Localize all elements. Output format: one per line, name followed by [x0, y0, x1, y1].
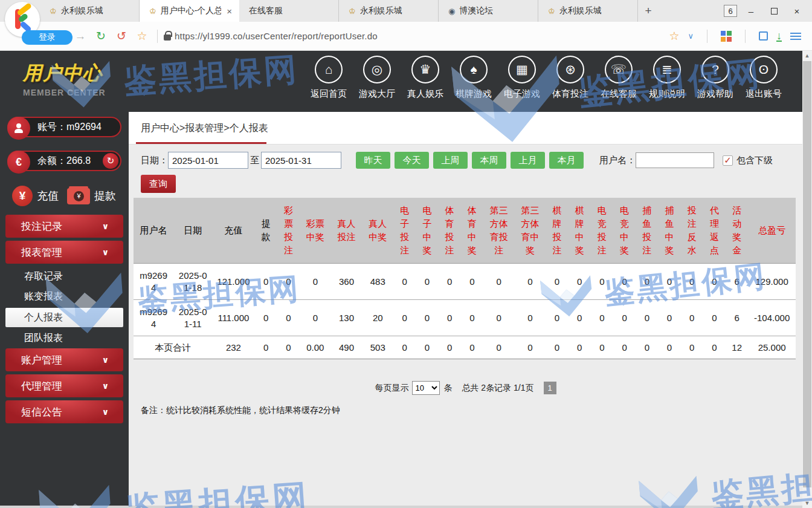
address-bar[interactable]: https://yl1999.co/userCenter/report/repo… — [175, 31, 378, 41]
quick-date-button[interactable]: 昨天 — [356, 152, 390, 169]
top-nav-game-hall[interactable]: ◎游戏大厅 — [354, 56, 400, 100]
favorite-star-icon[interactable]: ☆ — [132, 29, 152, 43]
report-cell: 0 — [461, 264, 483, 300]
screenshot-icon[interactable] — [759, 31, 768, 41]
window-controls: 6–× — [724, 0, 812, 22]
download-icon[interactable]: ↓ — [776, 31, 782, 42]
per-page-label: 每页显示 — [375, 383, 408, 394]
report-cell: 0 — [681, 300, 703, 336]
top-nav-help[interactable]: ?游戏帮助 — [692, 56, 738, 100]
help-icon: ? — [701, 56, 729, 83]
report-table: 用户名日期充值提款彩票投注彩票中奖真人投注真人中奖电子投注电子中奖体育投注体育中… — [134, 198, 796, 359]
sidebar-item-active[interactable]: 个人报表 — [5, 308, 123, 327]
report-header-cell: 电竞投注 — [591, 198, 613, 264]
sidebar-group-button[interactable]: 账户管理∨ — [5, 348, 123, 371]
include-sub-checkbox[interactable]: ✓ — [723, 155, 733, 166]
sidebar-menu: 投注记录∨报表管理∨存取记录账变报表个人报表团队报表账户管理∨代理管理∨短信公告… — [0, 215, 129, 423]
report-header-cell: 棋牌中奖 — [569, 198, 591, 264]
top-nav-rules[interactable]: ≣规则说明 — [644, 56, 690, 100]
report-cell: 0 — [483, 264, 515, 300]
table-row: m926942025-01-18121.00000036048300000000… — [134, 264, 796, 300]
scrollbar-thumb[interactable] — [803, 61, 811, 487]
browser-tab[interactable]: ♔永利娱乐城 — [339, 0, 439, 22]
browser-tab[interactable]: ♔永利娱乐城 — [40, 0, 140, 22]
page-number-button[interactable]: 1 — [544, 382, 556, 394]
summary-cell: 0 — [591, 336, 613, 359]
sidebar-group-button[interactable]: 短信公告∨ — [5, 400, 123, 423]
quick-date-button[interactable]: 本周 — [472, 152, 506, 169]
scroll-up-icon[interactable]: ▲ — [802, 51, 812, 60]
new-tab-button[interactable]: + — [638, 0, 659, 22]
refresh-balance-icon[interactable]: ↻ — [103, 153, 118, 169]
footer-note: 备注：统计比较消耗系统性能，统计结果将缓存2分钟 — [141, 405, 802, 416]
quick-date-button[interactable]: 上周 — [433, 152, 468, 169]
maximize-icon[interactable] — [765, 3, 783, 19]
game-hall-icon: ◎ — [363, 56, 391, 83]
bookmark-star-icon[interactable]: ☆ — [669, 29, 679, 43]
report-header-cell: 电竞中奖 — [613, 198, 636, 264]
browser-menu-icon[interactable] — [790, 33, 801, 40]
top-nav-label: 真人娱乐 — [407, 88, 443, 100]
unit-label: 条 — [443, 383, 452, 394]
close-tab-icon[interactable]: × — [225, 6, 233, 16]
browser-tab[interactable]: ◉博澳论坛 — [439, 0, 538, 22]
quick-date-button[interactable]: 本月 — [549, 152, 584, 169]
report-header-cell: 总盈亏 — [748, 198, 796, 264]
scroll-down-icon[interactable]: ▼ — [802, 498, 812, 508]
page-scrollbar[interactable]: ▲ ▼ — [802, 51, 812, 508]
report-cell: 0 — [636, 264, 658, 300]
top-nav-live-casino[interactable]: ♛真人娱乐 — [402, 56, 448, 100]
sidebar-group-button[interactable]: 投注记录∨ — [5, 215, 123, 238]
date-to-input[interactable] — [261, 152, 341, 169]
summary-cell: 25.000 — [748, 336, 796, 359]
tab-count-badge[interactable]: 6 — [724, 5, 737, 17]
sidebar-item-link[interactable]: 团队报表 — [0, 328, 129, 348]
query-button[interactable]: 查询 — [141, 175, 176, 193]
close-icon[interactable]: × — [788, 3, 806, 19]
chevron-down-icon: ∨ — [102, 381, 109, 391]
top-nav-label: 返回首页 — [311, 88, 347, 100]
sidebar-item-link[interactable]: 账变报表 — [0, 287, 129, 307]
report-cell: 2025-01-18 — [173, 264, 212, 300]
report-cell: 6 — [726, 264, 748, 300]
report-cell: 0 — [300, 264, 331, 300]
sidebar-item-link[interactable]: 存取记录 — [0, 267, 129, 287]
recharge-icon[interactable]: ¥ — [12, 186, 33, 206]
report-cell: -104.000 — [748, 300, 796, 336]
quick-date-button[interactable]: 上月 — [511, 152, 545, 169]
top-nav-label: 规则说明 — [649, 88, 685, 100]
per-page-select[interactable]: 10 — [412, 381, 440, 395]
ssl-lock-icon[interactable] — [164, 34, 171, 41]
browser-tab[interactable]: ♔永利娱乐城 — [538, 0, 638, 22]
recharge-button[interactable]: 充值 — [37, 189, 59, 203]
report-cell: 6 — [726, 300, 748, 336]
summary-cell: 0 — [461, 336, 483, 359]
withdraw-wallet-icon[interactable]: ¥ — [67, 188, 90, 204]
top-nav-logout[interactable]: ʘ退出账号 — [741, 56, 787, 100]
username-input[interactable] — [636, 152, 714, 168]
sidebar-group-button[interactable]: 代理管理∨ — [5, 374, 123, 397]
report-header-cell: 真人投注 — [331, 198, 362, 264]
undo-icon[interactable]: ↺ — [111, 29, 132, 43]
top-nav-home[interactable]: ⌂返回首页 — [306, 56, 352, 100]
browser-tab[interactable]: ♔用户中心-个人总览× — [140, 0, 239, 22]
top-nav-customer-service[interactable]: ☏在线客服 — [596, 56, 642, 100]
minimize-icon[interactable]: – — [742, 3, 760, 19]
bookmark-chevron-icon[interactable]: ∨ — [688, 31, 694, 41]
top-nav-label: 游戏帮助 — [697, 88, 733, 100]
withdraw-button[interactable]: 提款 — [94, 189, 116, 203]
tab-title: 博澳论坛 — [459, 5, 532, 16]
apps-grid-icon[interactable] — [721, 31, 732, 42]
top-nav-sports[interactable]: ⊛体育投注 — [547, 56, 593, 100]
date-from-input[interactable] — [168, 152, 248, 169]
forward-icon[interactable]: → — [70, 30, 91, 43]
summary-cell: 0 — [515, 336, 546, 359]
browser-tab[interactable]: 在线客服 — [239, 0, 339, 22]
top-nav-slots[interactable]: ▦电子游戏 — [499, 56, 545, 100]
top-nav-card-games[interactable]: ♠棋牌游戏 — [451, 56, 497, 100]
report-cell: 0 — [546, 300, 568, 336]
browser-login-button[interactable]: 登录 — [22, 30, 72, 45]
sidebar-group-button[interactable]: 报表管理∨ — [5, 241, 123, 264]
reload-icon[interactable]: ↻ — [91, 29, 111, 43]
quick-date-button[interactable]: 今天 — [395, 152, 429, 169]
